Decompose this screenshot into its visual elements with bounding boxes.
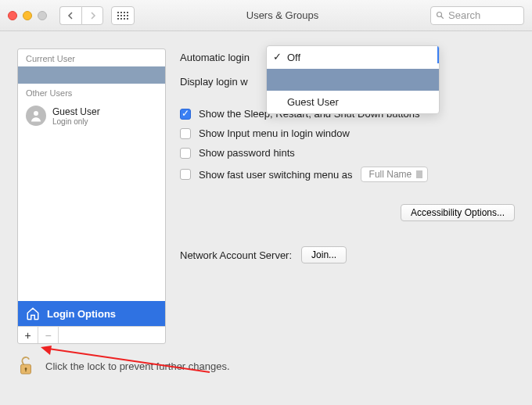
remove-user-button[interactable]: − xyxy=(38,327,59,343)
automatic-login-label: Automatic login xyxy=(180,52,250,63)
main-panel: Automatic login Display login w Show the… xyxy=(180,48,515,263)
svg-line-1 xyxy=(441,16,444,18)
svg-point-2 xyxy=(34,111,38,116)
guest-user-name: Guest User xyxy=(52,106,100,117)
avatar-icon xyxy=(26,106,46,126)
cb-input-menu[interactable]: Show Input menu in login window xyxy=(180,127,515,139)
fast-switch-value: Full Name xyxy=(369,169,412,180)
dropdown-item-guest[interactable]: Guest User xyxy=(267,91,439,113)
cb-password-hints[interactable]: Show password hints xyxy=(180,147,515,159)
dropdown-item-hover[interactable] xyxy=(267,69,439,91)
cb-input-label: Show Input menu in login window xyxy=(199,127,350,139)
dropdown-item-off[interactable]: Off xyxy=(267,46,439,69)
window-title: Users & Groups xyxy=(142,9,422,21)
join-button[interactable]: Join... xyxy=(301,246,347,263)
lock-row: Click the lock to prevent further change… xyxy=(0,352,532,377)
current-user-label: Current User xyxy=(18,49,165,66)
checkbox-icon[interactable] xyxy=(180,169,191,180)
window-traffic-lights xyxy=(8,11,47,20)
close-window-icon[interactable] xyxy=(8,11,17,20)
search-placeholder: Search xyxy=(448,9,480,21)
guest-user-row[interactable]: Guest User Login only xyxy=(18,101,165,131)
minimize-window-icon[interactable] xyxy=(23,11,32,20)
users-sidebar: Current User Other Users Guest User Logi… xyxy=(17,48,166,344)
login-options-row[interactable]: Login Options xyxy=(18,301,165,326)
cb-fast-label: Show fast user switching menu as xyxy=(199,169,353,181)
unlocked-lock-icon[interactable] xyxy=(17,355,34,377)
checkbox-icon[interactable] xyxy=(180,148,191,159)
cb-hints-label: Show password hints xyxy=(199,147,295,159)
svg-point-0 xyxy=(437,12,442,16)
house-icon xyxy=(26,306,40,321)
show-all-prefs-button[interactable] xyxy=(111,6,135,25)
display-login-label: Display login w xyxy=(180,76,248,88)
titlebar: Users & Groups Search xyxy=(0,0,532,31)
login-options-label: Login Options xyxy=(47,308,116,320)
search-field[interactable]: Search xyxy=(430,6,524,25)
back-button[interactable] xyxy=(59,6,81,25)
accessibility-options-button[interactable]: Accessibility Options... xyxy=(401,204,515,221)
forward-button[interactable] xyxy=(81,6,103,25)
network-account-server-label: Network Account Server: xyxy=(180,249,292,261)
add-user-button[interactable]: + xyxy=(18,327,38,343)
checkbox-checked-icon[interactable] xyxy=(180,109,191,120)
current-user-row[interactable] xyxy=(18,66,165,84)
other-users-label: Other Users xyxy=(18,84,165,101)
checkbox-icon[interactable] xyxy=(180,128,191,139)
zoom-window-icon xyxy=(38,11,47,20)
cb-fast-user-switching[interactable]: Show fast user switching menu as Full Na… xyxy=(180,167,515,182)
svg-rect-5 xyxy=(25,369,26,372)
lock-text: Click the lock to prevent further change… xyxy=(45,360,230,372)
guest-user-sub: Login only xyxy=(52,117,100,126)
automatic-login-dropdown[interactable]: Off Guest User xyxy=(266,45,440,114)
nav-back-forward xyxy=(59,6,103,25)
search-icon xyxy=(436,11,445,20)
add-remove-bar: + − xyxy=(18,326,165,343)
fast-switch-mode-select[interactable]: Full Name xyxy=(361,167,429,182)
